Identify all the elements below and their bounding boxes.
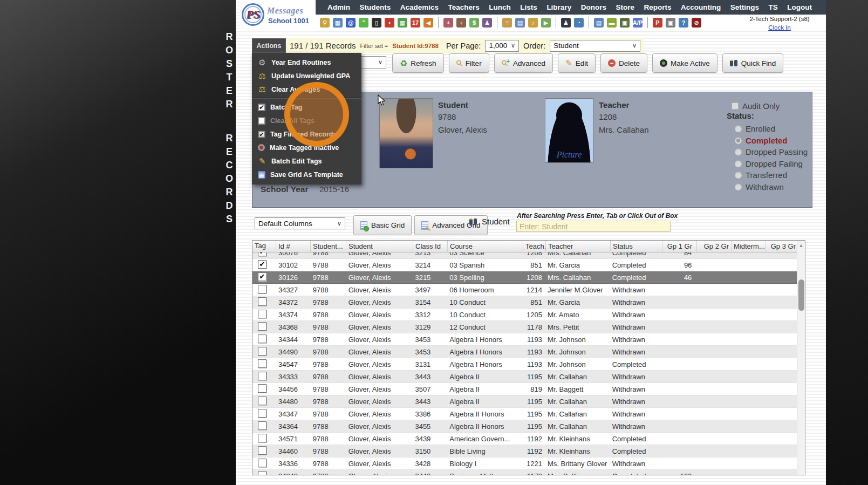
email-icon[interactable]: @ [346,18,356,28]
nav-item-donors[interactable]: Donors [581,3,606,11]
status-radio-transferred[interactable]: Transferred [735,169,808,181]
student-search-input[interactable] [516,221,671,232]
nav-item-admin[interactable]: Admin [327,3,350,11]
radio-icon[interactable] [735,125,742,132]
per-page-select[interactable]: 1,000 ∨ [485,40,519,52]
order-select[interactable]: Student ∨ [550,40,640,52]
table-row[interactable]: 344609788Glover, Alexis3150Bible Living1… [252,445,797,457]
staff-icon[interactable]: ♀ [456,18,466,28]
table-row[interactable]: 343449788Glover, Alexis3453Algebra I Hon… [252,333,797,346]
nav-item-lists[interactable]: Lists [520,3,537,11]
row-tag-checkbox[interactable] [258,322,266,331]
advanced-button[interactable]: ⚲+Advanced [494,53,553,73]
column-header-tid[interactable]: Teach... [523,241,546,252]
calendar-icon[interactable]: 17 [411,18,420,28]
radio-icon[interactable] [735,148,742,155]
delete-button[interactable]: −Delete [600,53,647,73]
column-header-g1[interactable]: Gp 1 Gr [662,241,697,252]
bell-icon[interactable]: ♪ [528,18,538,28]
row-tag-checkbox[interactable] [258,285,266,293]
nav-item-library[interactable]: Library [546,3,571,11]
nav-item-teachers[interactable]: Teachers [448,3,480,11]
table-row[interactable]: 344809788Glover, Alexis3443Algebra II119… [252,395,797,408]
columns-select[interactable]: Default Columns ∨ [255,217,345,229]
help-icon[interactable]: ? [679,18,688,28]
menu-item-year-end-routines[interactable]: ⚙Year End Routines [252,56,361,69]
column-header-g2[interactable]: Gp 2 Gr [697,241,732,252]
grid-vertical-scrollbar[interactable]: ▲ [797,241,805,475]
grid-icon[interactable]: ▦ [333,18,343,28]
actions-menu-button[interactable]: Actions [252,38,286,53]
table-row[interactable]: ✔301029788Glover, Alexis321403 Spanish85… [252,259,797,271]
basic-grid-button[interactable]: Basic Grid [353,215,412,235]
column-header-student[interactable]: Student [346,241,413,252]
row-tag-checkbox[interactable]: ✔ [258,260,266,269]
column-header-sid[interactable]: Student... [311,241,346,252]
make-active-button[interactable]: Make Active [652,53,717,73]
admin-person-icon[interactable]: ♟ [561,18,571,28]
column-header-id[interactable]: Id # [276,241,311,252]
nav-item-settings[interactable]: Settings [730,3,759,11]
stop-icon[interactable]: ⊘ [692,18,701,28]
clock-in-link[interactable]: Clock In [768,24,791,31]
table-row[interactable]: 343369788Glover, Alexis3428Biology I1221… [252,457,797,470]
column-header-tag[interactable]: Tag [252,241,276,252]
column-header-course[interactable]: Course [448,241,523,252]
menu-item-batch-edit-tags[interactable]: ✎Batch Edit Tags [252,154,361,168]
quick-find-button[interactable]: Quick Find [722,53,784,73]
family-icon[interactable]: ♟ [482,18,492,28]
row-tag-checkbox[interactable] [258,446,266,455]
audio-icon[interactable]: ◖ [385,18,394,28]
register-icon[interactable]: ▣ [620,18,630,28]
row-tag-checkbox[interactable] [258,359,266,368]
row-tag-checkbox[interactable] [258,434,266,442]
nav-item-students[interactable]: Students [360,3,391,11]
menu-item-save-grid-as-template[interactable]: ▦Save Grid As Template [252,168,361,181]
table-row[interactable]: 345479788Glover, Alexis3131Algebra I Hon… [252,358,797,371]
table-row[interactable]: ✔300769788Glover, Alexis321303 Science12… [252,252,797,259]
nav-item-accounting[interactable]: Accounting [681,3,721,11]
table-row[interactable]: ✔301269788Glover, Alexis321503 Spelling1… [252,271,797,284]
row-tag-checkbox[interactable] [258,372,266,380]
row-tag-checkbox[interactable] [258,347,266,356]
menu-item-tag-filtered-records[interactable]: ✔Tag Filtered Records [252,127,361,141]
status-radio-dropped-passing[interactable]: Dropped Passing [735,146,808,158]
nav-item-reports[interactable]: Reports [644,3,671,11]
status-radio-enrolled[interactable]: Enrolled [735,123,808,135]
ledger-icon[interactable]: ▤ [594,18,604,28]
menu-item-clear-all-tags[interactable]: Clear All Tags [252,114,361,127]
row-tag-checkbox[interactable] [258,310,266,318]
row-tag-checkbox[interactable] [258,409,266,418]
table-row[interactable]: 344909788Glover, Alexis3453Algebra I Hon… [252,346,797,358]
row-tag-checkbox[interactable] [258,459,266,467]
radio-icon[interactable] [735,172,742,179]
row-tag-checkbox[interactable] [258,384,266,393]
notebook-icon[interactable]: ▤ [515,18,525,28]
clock-icon[interactable]: ◔ [574,18,584,28]
edit-button[interactable]: ✎Edit [558,53,596,73]
table-row[interactable]: 345719788Glover, Alexis3439American Gove… [252,433,797,445]
schedule-icon[interactable]: ▦ [398,18,407,28]
table-row[interactable]: 343689788Glover, Alexis312912 Conduct117… [252,321,797,333]
row-tag-checkbox[interactable] [258,397,266,405]
chat-icon[interactable]: ” [359,18,368,28]
status-radio-dropped-failing[interactable]: Dropped Failing [735,158,808,170]
column-header-g3[interactable]: Gp 3 Gr [766,241,798,252]
menu-item-make-tagged-inactive[interactable]: Make Tagged Inactive [252,141,361,154]
row-tag-checkbox[interactable] [258,297,266,306]
send-note-icon[interactable]: ▶ [541,18,551,28]
column-header-class[interactable]: Class Id [413,241,448,252]
lunch-icon[interactable]: ≡ [502,18,512,28]
scrollbar-thumb[interactable] [798,279,804,311]
table-row[interactable]: 343439788Glover, Alexis3440Business Math… [252,470,797,475]
nav-item-academics[interactable]: Academics [400,3,439,11]
table-row[interactable]: 344569788Glover, Alexis3507Algebra II819… [252,383,797,395]
row-tag-checkbox[interactable] [258,334,266,343]
check-card-icon[interactable]: ▬ [607,18,617,28]
ap-icon[interactable]: A/P [633,18,643,28]
column-header-teacher[interactable]: Teacher [546,241,611,252]
pdf-icon[interactable]: P [653,18,662,28]
radio-icon[interactable] [735,183,742,190]
table-row[interactable]: 343749788Glover, Alexis331210 Conduct120… [252,309,797,321]
radio-icon[interactable] [735,160,742,167]
